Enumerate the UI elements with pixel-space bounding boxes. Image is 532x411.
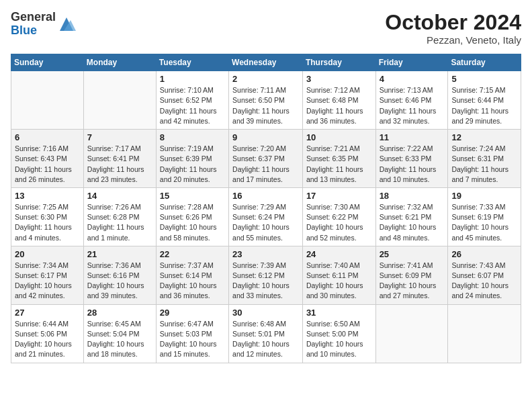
calendar-cell: 21Sunrise: 7:36 AM Sunset: 6:16 PM Dayli… <box>83 246 156 304</box>
day-info: Sunrise: 6:45 AM Sunset: 5:04 PM Dayligh… <box>87 319 152 360</box>
day-info: Sunrise: 7:33 AM Sunset: 6:19 PM Dayligh… <box>451 202 517 243</box>
calendar-cell: 30Sunrise: 6:48 AM Sunset: 5:01 PM Dayli… <box>229 304 303 363</box>
calendar-cell: 7Sunrise: 7:17 AM Sunset: 6:41 PM Daylig… <box>83 130 156 188</box>
day-number: 9 <box>232 132 299 142</box>
calendar-cell: 10Sunrise: 7:21 AM Sunset: 6:35 PM Dayli… <box>302 130 375 188</box>
day-number: 25 <box>380 249 445 259</box>
day-info: Sunrise: 7:29 AM Sunset: 6:24 PM Dayligh… <box>232 202 299 243</box>
day-number: 15 <box>160 191 225 201</box>
logo: General Blue <box>11 11 76 38</box>
day-number: 30 <box>232 308 299 318</box>
day-number: 8 <box>160 132 225 142</box>
calendar-cell: 22Sunrise: 7:37 AM Sunset: 6:14 PM Dayli… <box>156 246 228 304</box>
day-info: Sunrise: 7:20 AM Sunset: 6:37 PM Dayligh… <box>232 144 299 185</box>
day-info: Sunrise: 6:47 AM Sunset: 5:03 PM Dayligh… <box>160 319 225 360</box>
calendar-cell: 17Sunrise: 7:30 AM Sunset: 6:22 PM Dayli… <box>302 187 375 246</box>
weekday-header: Saturday <box>448 54 521 71</box>
day-info: Sunrise: 7:19 AM Sunset: 6:39 PM Dayligh… <box>160 144 225 185</box>
calendar-cell: 16Sunrise: 7:29 AM Sunset: 6:24 PM Dayli… <box>229 187 303 246</box>
day-number: 24 <box>306 249 372 259</box>
calendar-cell: 26Sunrise: 7:43 AM Sunset: 6:07 PM Dayli… <box>448 246 521 304</box>
day-number: 7 <box>87 132 152 142</box>
day-number: 20 <box>15 249 80 259</box>
calendar-cell: 8Sunrise: 7:19 AM Sunset: 6:39 PM Daylig… <box>156 130 228 188</box>
day-number: 6 <box>15 132 80 142</box>
calendar-week-row: 6Sunrise: 7:16 AM Sunset: 6:43 PM Daylig… <box>11 130 521 188</box>
day-info: Sunrise: 7:17 AM Sunset: 6:41 PM Dayligh… <box>87 144 152 185</box>
day-info: Sunrise: 7:26 AM Sunset: 6:28 PM Dayligh… <box>87 202 152 243</box>
weekday-header: Friday <box>375 54 448 71</box>
logo-icon <box>57 15 76 34</box>
day-number: 12 <box>451 132 517 142</box>
day-info: Sunrise: 6:48 AM Sunset: 5:01 PM Dayligh… <box>232 319 299 360</box>
month-title: October 2024 <box>385 11 521 34</box>
weekday-header: Thursday <box>302 54 375 71</box>
day-number: 3 <box>306 74 372 84</box>
calendar-cell: 20Sunrise: 7:34 AM Sunset: 6:17 PM Dayli… <box>11 246 84 304</box>
logo-blue: Blue <box>11 24 37 37</box>
day-info: Sunrise: 7:28 AM Sunset: 6:26 PM Dayligh… <box>160 202 225 243</box>
calendar-cell <box>11 71 84 130</box>
day-number: 22 <box>160 249 225 259</box>
calendar-cell: 25Sunrise: 7:41 AM Sunset: 6:09 PM Dayli… <box>375 246 448 304</box>
day-info: Sunrise: 7:39 AM Sunset: 6:12 PM Dayligh… <box>232 261 299 302</box>
day-number: 16 <box>232 191 299 201</box>
calendar-cell: 4Sunrise: 7:13 AM Sunset: 6:46 PM Daylig… <box>375 71 448 130</box>
day-info: Sunrise: 6:44 AM Sunset: 5:06 PM Dayligh… <box>15 319 80 360</box>
calendar-cell: 5Sunrise: 7:15 AM Sunset: 6:44 PM Daylig… <box>448 71 521 130</box>
logo-general: General <box>11 10 56 24</box>
day-number: 11 <box>380 132 445 142</box>
day-number: 28 <box>87 308 152 318</box>
day-info: Sunrise: 7:25 AM Sunset: 6:30 PM Dayligh… <box>15 202 80 243</box>
day-info: Sunrise: 7:36 AM Sunset: 6:16 PM Dayligh… <box>87 261 152 302</box>
calendar-cell: 2Sunrise: 7:11 AM Sunset: 6:50 PM Daylig… <box>229 71 303 130</box>
day-info: Sunrise: 7:41 AM Sunset: 6:09 PM Dayligh… <box>380 261 445 302</box>
day-number: 27 <box>15 308 80 318</box>
day-info: Sunrise: 7:21 AM Sunset: 6:35 PM Dayligh… <box>306 144 372 185</box>
location: Pezzan, Veneto, Italy <box>385 34 521 46</box>
calendar-cell <box>83 71 156 130</box>
calendar-cell: 19Sunrise: 7:33 AM Sunset: 6:19 PM Dayli… <box>448 187 521 246</box>
day-number: 26 <box>451 249 517 259</box>
weekday-header: Monday <box>83 54 156 71</box>
day-number: 14 <box>87 191 152 201</box>
day-info: Sunrise: 7:37 AM Sunset: 6:14 PM Dayligh… <box>160 261 225 302</box>
weekday-header: Wednesday <box>229 54 303 71</box>
calendar-cell <box>448 304 521 363</box>
calendar-cell: 13Sunrise: 7:25 AM Sunset: 6:30 PM Dayli… <box>11 187 84 246</box>
calendar-cell: 18Sunrise: 7:32 AM Sunset: 6:21 PM Dayli… <box>375 187 448 246</box>
weekday-header: Sunday <box>11 54 84 71</box>
day-info: Sunrise: 7:43 AM Sunset: 6:07 PM Dayligh… <box>451 261 517 302</box>
day-number: 2 <box>232 74 299 84</box>
calendar-header: SundayMondayTuesdayWednesdayThursdayFrid… <box>11 54 521 71</box>
calendar-cell: 9Sunrise: 7:20 AM Sunset: 6:37 PM Daylig… <box>229 130 303 188</box>
day-number: 10 <box>306 132 372 142</box>
day-info: Sunrise: 7:16 AM Sunset: 6:43 PM Dayligh… <box>15 144 80 185</box>
day-info: Sunrise: 7:22 AM Sunset: 6:33 PM Dayligh… <box>380 144 445 185</box>
day-number: 4 <box>380 74 445 84</box>
calendar-cell: 29Sunrise: 6:47 AM Sunset: 5:03 PM Dayli… <box>156 304 228 363</box>
calendar-table: SundayMondayTuesdayWednesdayThursdayFrid… <box>11 54 521 363</box>
day-info: Sunrise: 7:15 AM Sunset: 6:44 PM Dayligh… <box>451 85 517 126</box>
day-info: Sunrise: 7:32 AM Sunset: 6:21 PM Dayligh… <box>380 202 445 243</box>
calendar-week-row: 27Sunrise: 6:44 AM Sunset: 5:06 PM Dayli… <box>11 304 521 363</box>
day-number: 1 <box>160 74 225 84</box>
day-number: 23 <box>232 249 299 259</box>
day-info: Sunrise: 7:13 AM Sunset: 6:46 PM Dayligh… <box>380 85 445 126</box>
calendar-cell: 3Sunrise: 7:12 AM Sunset: 6:48 PM Daylig… <box>302 71 375 130</box>
calendar-cell: 1Sunrise: 7:10 AM Sunset: 6:52 PM Daylig… <box>156 71 228 130</box>
calendar-cell: 31Sunrise: 6:50 AM Sunset: 5:00 PM Dayli… <box>302 304 375 363</box>
calendar-cell: 27Sunrise: 6:44 AM Sunset: 5:06 PM Dayli… <box>11 304 84 363</box>
day-info: Sunrise: 7:40 AM Sunset: 6:11 PM Dayligh… <box>306 261 372 302</box>
day-info: Sunrise: 7:24 AM Sunset: 6:31 PM Dayligh… <box>451 144 517 185</box>
day-number: 29 <box>160 308 225 318</box>
calendar-week-row: 1Sunrise: 7:10 AM Sunset: 6:52 PM Daylig… <box>11 71 521 130</box>
calendar-cell <box>375 304 448 363</box>
day-info: Sunrise: 7:34 AM Sunset: 6:17 PM Dayligh… <box>15 261 80 302</box>
day-info: Sunrise: 7:12 AM Sunset: 6:48 PM Dayligh… <box>306 85 372 126</box>
day-info: Sunrise: 6:50 AM Sunset: 5:00 PM Dayligh… <box>306 319 372 360</box>
calendar-cell: 12Sunrise: 7:24 AM Sunset: 6:31 PM Dayli… <box>448 130 521 188</box>
day-number: 31 <box>306 308 372 318</box>
day-number: 17 <box>306 191 372 201</box>
day-number: 21 <box>87 249 152 259</box>
